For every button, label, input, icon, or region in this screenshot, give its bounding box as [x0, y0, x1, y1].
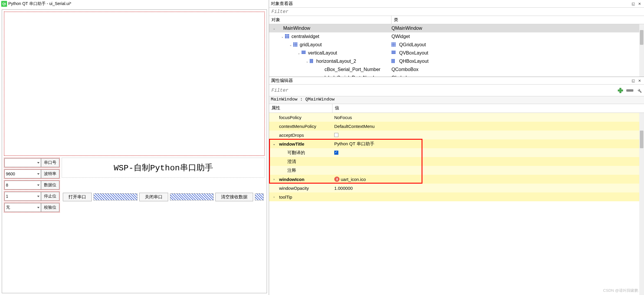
databits-label: 数据位 [41, 181, 59, 189]
databits-row: 8 数据位 [4, 180, 60, 190]
tree-row-horizontalLayout_2[interactable]: ⌄horizontalLayout_2QHBoxLayout [269, 57, 644, 65]
expand-icon[interactable]: ⌄ [280, 35, 284, 38]
button-row: 打开串口 关闭串口 清空接收数据 [62, 192, 265, 202]
class-name: QComboBox [391, 67, 419, 72]
prop-row-windowOpacity[interactable]: windowOpacity1.000000 [269, 184, 644, 192]
object-name: verticalLayout [308, 50, 337, 56]
prop-row-windowTitle[interactable]: ⌄windowTitlePython QT 串口助手 [269, 139, 644, 148]
stopbits-label: 停止位 [41, 192, 59, 201]
property-editor-header: 属性编辑器 ◱ ✕ [269, 77, 644, 85]
prop-scrollbar[interactable] [639, 113, 644, 295]
right-dock: 对象查看器 ◱ ✕ 对象 类 ⌄MainWindowQMainWindow⌄ce… [269, 0, 644, 295]
expand-icon[interactable]: › [272, 195, 276, 199]
settings-icon[interactable] [635, 86, 643, 95]
class-name: QLabel [391, 75, 407, 77]
tree-row-verticalLayout[interactable]: ⌄verticalLayoutQVBoxLayout [269, 49, 644, 57]
tree-row-gridLayout[interactable]: ⌄gridLayoutQGridLayout [269, 41, 644, 49]
stopbits-combo[interactable]: 1 [4, 192, 41, 201]
baud-combo[interactable]: 9600 [4, 169, 41, 178]
property-editor: 属性编辑器 ◱ ✕ MainWindow : QMainWindow 属性 值 … [269, 77, 644, 295]
expand-icon[interactable]: ⌄ [272, 27, 276, 30]
prop-name: windowOpacity [279, 186, 309, 191]
prop-row-注释[interactable]: 注释 [269, 166, 644, 175]
window-title: Python QT 串口助手 - ui_Serial.ui* [8, 1, 71, 6]
prop-row-toolTip[interactable]: ›toolTip [269, 192, 644, 201]
tree-row-label_Serial_Port_Number[interactable]: label_Serial_Port_NumberQLabel [269, 74, 644, 77]
prop-value: uart_icon.ico [341, 177, 366, 182]
port-row: 串口号 [4, 158, 60, 168]
property-list[interactable]: focusPolicyNoFocuscontextMenuPolicyDefau… [269, 113, 644, 295]
object-name: MainWindow [283, 26, 310, 31]
title-label[interactable]: WSP-自制Python串口助手 [62, 158, 265, 178]
prop-value: DefaultContextMenu [334, 124, 375, 129]
context-line: MainWindow : QMainWindow [269, 96, 644, 104]
checkbox-icon[interactable] [334, 151, 338, 155]
expand-icon[interactable]: ⌄ [297, 52, 301, 55]
tree-row-MainWindow[interactable]: ⌄MainWindowQMainWindow [269, 24, 644, 32]
add-property-icon[interactable] [616, 86, 625, 95]
property-header: 属性 值 [269, 104, 644, 113]
property-filter-input[interactable] [269, 88, 616, 93]
expand-icon[interactable]: ⌄ [272, 142, 276, 146]
prop-name: windowTitle [279, 141, 304, 146]
expand-icon[interactable]: ⌄ [289, 43, 293, 47]
stopbits-row: 1 停止位 [4, 191, 60, 201]
tree-scrollbar[interactable] [639, 24, 644, 77]
spacer-row [62, 179, 265, 190]
serial-controls: 串口号 9600 波特率 8 数据位 1 停止位 无 [4, 158, 60, 291]
prop-row-contextMenuPolicy[interactable]: contextMenuPolicyDefaultContextMenu [269, 122, 644, 131]
object-inspector-header: 对象查看器 ◱ ✕ [269, 0, 644, 8]
file-icon: ⬇ [334, 177, 340, 182]
text-edit-placeholder[interactable] [4, 11, 265, 156]
col-prop[interactable]: 属性 [269, 104, 332, 113]
databits-combo[interactable]: 8 [4, 181, 41, 189]
spacer-1 [94, 193, 137, 200]
property-editor-title: 属性编辑器 [271, 78, 293, 83]
prop-name: contextMenuPolicy [279, 124, 316, 129]
form-canvas[interactable]: 串口号 9600 波特率 8 数据位 1 停止位 无 [0, 8, 269, 295]
prop-name: 澄清 [287, 159, 296, 164]
prop-row-acceptDrops[interactable]: acceptDrops [269, 131, 644, 139]
restore-icon[interactable]: ◱ [630, 78, 636, 83]
col-object[interactable]: 对象 [269, 16, 391, 24]
class-name: QMainWindow [391, 26, 422, 31]
close-icon[interactable]: ✕ [637, 78, 642, 83]
col-class[interactable]: 类 [391, 16, 644, 24]
prop-value: NoFocus [334, 115, 352, 120]
expand-icon[interactable]: › [272, 178, 276, 181]
parity-combo[interactable]: 无 [4, 203, 41, 212]
remove-property-icon[interactable] [626, 86, 634, 95]
checkbox-icon[interactable] [334, 133, 338, 137]
clear-recv-button[interactable]: 清空接收数据 [215, 193, 253, 201]
prop-name: 可翻译的 [287, 150, 305, 156]
restore-icon[interactable]: ◱ [630, 1, 636, 6]
tree-row-cBox_Serial_Port_Number[interactable]: cBox_Serial_Port_NumberQComboBox [269, 65, 644, 74]
prop-value: Python QT 串口助手 [334, 141, 374, 147]
prop-row-澄清[interactable]: 澄清 [269, 157, 644, 166]
spacer-3 [255, 193, 264, 200]
object-tree[interactable]: ⌄MainWindowQMainWindow⌄centralwidgetQWid… [269, 24, 644, 77]
open-serial-button[interactable]: 打开串口 [63, 193, 92, 201]
prop-row-可翻译的[interactable]: 可翻译的 [269, 148, 644, 157]
prop-row-windowIcon[interactable]: ›windowIcon⬇uart_icon.ico [269, 175, 644, 184]
port-combo[interactable] [4, 158, 41, 167]
tree-row-centralwidget[interactable]: ⌄centralwidgetQWidget [269, 32, 644, 41]
prop-row-focusPolicy[interactable]: focusPolicyNoFocus [269, 113, 644, 122]
col-val[interactable]: 值 [332, 104, 644, 113]
expand-icon[interactable]: ⌄ [305, 60, 309, 63]
prop-name: focusPolicy [279, 115, 301, 120]
object-name: horizontalLayout_2 [316, 59, 356, 64]
prop-name: acceptDrops [279, 133, 304, 138]
prop-name: windowIcon [279, 177, 304, 182]
right-area: WSP-自制Python串口助手 打开串口 关闭串口 清空接收数据 [62, 158, 265, 291]
form-root: 串口号 9600 波特率 8 数据位 1 停止位 无 [2, 9, 267, 293]
object-name: cBox_Serial_Port_Number [325, 67, 380, 72]
object-name: label_Serial_Port_Number [325, 75, 380, 77]
designer-titlebar: Qt Python QT 串口助手 - ui_Serial.ui* [0, 0, 269, 8]
close-icon[interactable]: ✕ [637, 1, 642, 6]
object-filter-input[interactable] [269, 8, 644, 16]
close-serial-button[interactable]: 关闭串口 [139, 193, 168, 201]
baud-row: 9600 波特率 [4, 169, 60, 179]
object-name: gridLayout [300, 42, 322, 47]
bottom-grid: 串口号 9600 波特率 8 数据位 1 停止位 无 [4, 158, 265, 291]
